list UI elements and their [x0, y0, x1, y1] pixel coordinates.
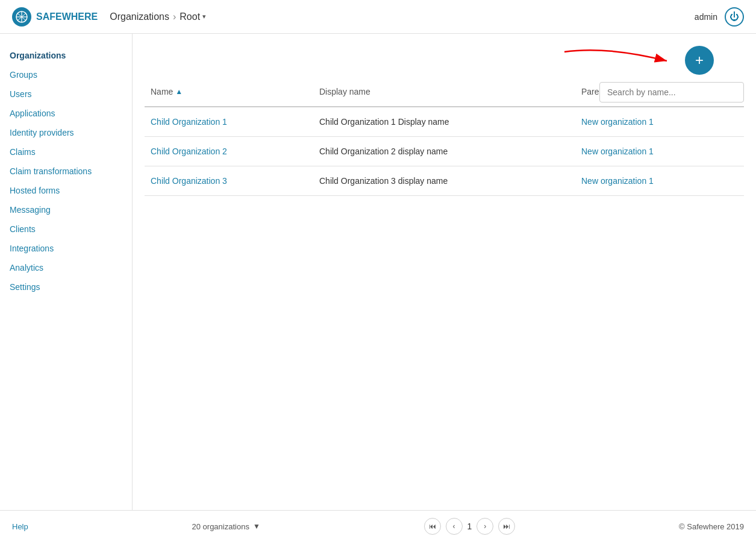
sidebar-item-organizations[interactable]: Organizations: [0, 46, 132, 65]
breadcrumb-root[interactable]: Root ▾: [180, 11, 206, 22]
count-arrow-icon: ▼: [253, 522, 260, 531]
footer: Help 20 organizations ▼ ⏮ ‹ 1 › ⏭ © Safe…: [0, 510, 756, 542]
last-page-icon: ⏭: [503, 522, 510, 531]
breadcrumb: Organizations › Root ▾: [110, 11, 206, 22]
search-box: [599, 82, 744, 102]
breadcrumb-chevron-icon: ▾: [202, 13, 206, 20]
sidebar-item-claim-transformations[interactable]: Claim transformations: [0, 162, 132, 181]
prev-page-button[interactable]: ‹: [446, 518, 463, 535]
org-display-name-cell: Child Organization 3 display name: [313, 174, 575, 188]
logo-icon: [12, 7, 31, 27]
count-selector[interactable]: 20 organizations ▼: [192, 522, 260, 531]
pagination: ⏮ ‹ 1 › ⏭: [424, 518, 516, 535]
org-name-cell[interactable]: Child Organization 1: [145, 115, 313, 129]
sidebar-item-applications[interactable]: Applications: [0, 104, 132, 123]
last-page-button[interactable]: ⏭: [498, 518, 515, 535]
sidebar-item-hosted-forms[interactable]: Hosted forms: [0, 181, 132, 200]
plus-icon: +: [695, 53, 704, 68]
table-row: Child Organization 3 Child Organization …: [145, 166, 744, 196]
table-rows: Child Organization 1 Child Organization …: [145, 107, 744, 196]
org-display-name-cell: Child Organization 1 Display name: [313, 115, 575, 129]
app-name: SAFEWHERE: [36, 11, 98, 22]
table-section: Name ▲ Display name Parent Child Organiz…: [145, 82, 744, 196]
sidebar-item-identity-providers[interactable]: Identity providers: [0, 123, 132, 142]
column-name[interactable]: Name ▲: [145, 82, 313, 101]
search-input[interactable]: [599, 82, 744, 102]
sidebar-item-claims[interactable]: Claims: [0, 142, 132, 162]
help-link[interactable]: Help: [12, 522, 28, 531]
sidebar-item-users[interactable]: Users: [0, 84, 132, 104]
column-display-name-label: Display name: [319, 87, 370, 96]
sidebar-item-groups[interactable]: Groups: [0, 65, 132, 84]
header-right: admin ⏻: [695, 7, 744, 27]
table-row: Child Organization 2 Child Organization …: [145, 137, 744, 166]
current-page: 1: [467, 522, 472, 531]
sidebar-item-analytics[interactable]: Analytics: [0, 258, 132, 277]
admin-name: admin: [695, 12, 717, 22]
header: SAFEWHERE Organizations › Root ▾ admin ⏻: [0, 0, 756, 34]
first-page-button[interactable]: ⏮: [424, 518, 441, 535]
sort-asc-icon: ▲: [175, 87, 183, 96]
content: + Name ▲ Display name: [133, 34, 756, 510]
add-organization-button[interactable]: +: [685, 46, 714, 75]
logo[interactable]: SAFEWHERE: [12, 7, 98, 27]
first-page-icon: ⏮: [429, 522, 436, 531]
breadcrumb-organizations[interactable]: Organizations: [110, 11, 169, 22]
column-display-name[interactable]: Display name: [313, 82, 575, 101]
header-left: SAFEWHERE Organizations › Root ▾: [12, 7, 206, 27]
org-parent-cell[interactable]: New organization 1: [575, 174, 744, 188]
copyright: © Safewhere 2019: [679, 522, 744, 531]
column-name-label: Name: [151, 87, 173, 96]
pointer-arrow: [558, 43, 679, 79]
sidebar-item-settings[interactable]: Settings: [0, 277, 132, 297]
next-page-icon: ›: [484, 522, 486, 531]
power-icon: ⏻: [729, 11, 739, 22]
org-parent-cell[interactable]: New organization 1: [575, 115, 744, 129]
sidebar-item-messaging[interactable]: Messaging: [0, 200, 132, 219]
table-row: Child Organization 1 Child Organization …: [145, 107, 744, 137]
power-button[interactable]: ⏻: [725, 7, 744, 27]
sidebar-item-integrations[interactable]: Integrations: [0, 239, 132, 258]
sidebar: OrganizationsGroupsUsersApplicationsIden…: [0, 34, 133, 510]
prev-page-icon: ‹: [453, 522, 455, 531]
org-name-cell[interactable]: Child Organization 2: [145, 144, 313, 159]
next-page-button[interactable]: ›: [476, 518, 493, 535]
sidebar-item-clients[interactable]: Clients: [0, 219, 132, 239]
org-name-cell[interactable]: Child Organization 3: [145, 174, 313, 188]
breadcrumb-root-label: Root: [180, 11, 200, 22]
org-display-name-cell: Child Organization 2 display name: [313, 144, 575, 159]
count-label: 20 organizations: [192, 522, 249, 531]
org-parent-cell[interactable]: New organization 1: [575, 144, 744, 159]
main-layout: OrganizationsGroupsUsersApplicationsIden…: [0, 34, 756, 510]
breadcrumb-separator: ›: [173, 11, 176, 22]
